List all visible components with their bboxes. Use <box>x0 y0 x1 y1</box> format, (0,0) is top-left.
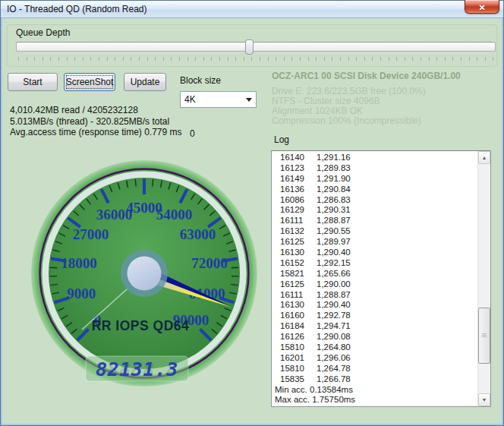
log-scrollbar[interactable]: ▲ ▼ <box>477 151 490 406</box>
log-row[interactable]: 161321,290.55 <box>272 226 477 237</box>
queue-depth-group: Queue Depth <box>7 24 497 67</box>
log-row[interactable]: 161521,292.15 <box>272 258 477 269</box>
log-row[interactable]: 158351,266.78 <box>272 374 477 385</box>
queue-depth-slider[interactable] <box>16 42 496 52</box>
log-row[interactable]: 158211,265.66 <box>272 269 477 279</box>
log-bandwidth-value: 1,290.40 <box>317 248 351 258</box>
log-row[interactable]: 161301,290.40 <box>272 300 477 311</box>
scroll-up-button[interactable]: ▲ <box>478 151 490 164</box>
gauge-svg: 0900018000270003600045000540006300072000… <box>27 156 262 391</box>
log-bandwidth-value: 1,290.31 <box>317 205 351 216</box>
log-row[interactable]: 161401,291.16 <box>272 153 477 163</box>
log-iops-value: 16125 <box>280 279 317 290</box>
log-row[interactable]: 161111,288.87 <box>272 216 477 226</box>
block-size-select[interactable]: 4K <box>180 91 257 108</box>
client-area: Queue Depth Start ScreenShot Update Bloc… <box>2 18 502 424</box>
queue-depth-label: Queue Depth <box>16 27 70 38</box>
window-title: IO - Threaded QD (Random Read) <box>7 1 147 18</box>
log-bandwidth-value: 1,290.84 <box>317 185 351 195</box>
stat-speed: 5.013MB/s (thread) - 320.825MB/s total <box>10 116 182 128</box>
log-row[interactable]: 158101,264.78 <box>272 364 477 374</box>
digital-display-value: 82131.3 <box>96 358 178 380</box>
log-bandwidth-value: 1,290.40 <box>317 300 351 311</box>
gauge-tick-label: 63000 <box>180 226 216 242</box>
log-row[interactable]: 161291,290.31 <box>272 205 477 216</box>
log-bandwidth-value: 1,288.87 <box>317 216 351 226</box>
gauge-minor-tick <box>50 267 57 268</box>
log-bandwidth-value: 1,290.00 <box>317 279 351 290</box>
update-button[interactable]: Update <box>124 73 166 91</box>
log-bandwidth-value: 1,264.78 <box>317 364 351 374</box>
log-iops-value: 16125 <box>280 237 317 248</box>
iops-gauge: 0900018000270003600045000540006300072000… <box>27 156 262 391</box>
log-bandwidth-value: 1,266.78 <box>317 374 351 385</box>
log-iops-value: 16130 <box>280 300 317 311</box>
log-bandwidth-value: 1,294.71 <box>317 321 351 332</box>
log-iops-value: 16184 <box>280 321 317 332</box>
log-row[interactable]: 162011,296.06 <box>272 353 477 364</box>
stat-access-time: Avg.access time (response time) 0.779 ms <box>10 127 182 138</box>
log-row[interactable]: 161301,290.40 <box>272 248 477 258</box>
log-row[interactable]: 158101,264.80 <box>272 342 477 353</box>
gauge-minor-tick <box>153 179 153 186</box>
log-listbox[interactable]: 161401,291.16161231,289.83161491,291.901… <box>271 150 491 407</box>
block-size-value: 4K <box>184 92 196 107</box>
log-iops-value: 16149 <box>280 174 317 185</box>
slider-thumb[interactable] <box>245 39 254 55</box>
screenshot-button[interactable]: ScreenShot <box>64 73 115 91</box>
log-row[interactable]: 161251,290.00 <box>272 279 477 290</box>
log-row[interactable]: 161601,292.78 <box>272 311 477 321</box>
log-iops-value: 16111 <box>280 290 317 301</box>
log-row[interactable]: 161261,290.08 <box>272 332 477 342</box>
log-iops-value: 15810 <box>280 364 317 374</box>
log-row[interactable]: 161361,290.84 <box>272 185 477 195</box>
log-bandwidth-value: 1,289.97 <box>317 237 351 248</box>
log-iops-value: 15835 <box>280 374 317 385</box>
stat-read-total: 4,010.42MB read / 4205232128 <box>10 105 182 116</box>
log-bandwidth-value: 1,289.83 <box>317 163 351 174</box>
start-button[interactable]: Start <box>8 73 58 91</box>
gauge-minor-tick <box>135 179 136 186</box>
log-bandwidth-value: 1,264.80 <box>317 342 351 353</box>
log-iops-value: 16132 <box>280 226 317 237</box>
app-window: IO - Threaded QD (Random Read) ✕ Queue D… <box>0 0 504 426</box>
log-row[interactable]: 161231,289.83 <box>272 163 477 174</box>
log-bandwidth-value: 1,296.06 <box>317 353 351 364</box>
log-iops-value: 16129 <box>280 205 317 216</box>
log-label: Log <box>274 134 289 145</box>
scroll-down-icon: ▼ <box>479 394 490 405</box>
log-row[interactable]: 161491,291.90 <box>272 174 477 185</box>
log-bandwidth-value: 1,292.15 <box>317 258 351 269</box>
scroll-up-icon: ▲ <box>479 152 490 163</box>
scroll-down-button[interactable]: ▼ <box>478 393 490 406</box>
log-bandwidth-value: 1,291.90 <box>317 174 351 185</box>
log-iops-value: 16123 <box>280 163 317 174</box>
window-titlebar[interactable]: IO - Threaded QD (Random Read) <box>1 1 503 18</box>
disk-title: OCZ-ARC1 00 SCSI Disk Device 240GB/1.00 <box>272 71 461 81</box>
log-bandwidth-value: 1,288.87 <box>317 290 351 301</box>
log-footer-row[interactable]: Max acc. 1.75750ms <box>272 395 477 405</box>
error-count: 0 <box>190 128 195 139</box>
slider-tickmarks <box>18 57 496 61</box>
chevron-down-icon <box>246 98 252 102</box>
disk-info: OCZ-ARC1 00 SCSI Disk Device 240GB/1.00 … <box>272 71 461 126</box>
log-bandwidth-value: 1,290.08 <box>317 332 351 342</box>
log-iops-value: 15821 <box>280 269 317 279</box>
log-row[interactable]: 160861,286.83 <box>272 195 477 206</box>
gauge-tick-label: 27000 <box>73 226 109 242</box>
gauge-hub <box>128 257 162 291</box>
log-iops-value: 16140 <box>280 153 317 163</box>
close-button[interactable]: ✕ <box>465 0 499 14</box>
log-iops-value: 16160 <box>280 311 317 321</box>
log-row[interactable]: 161251,289.97 <box>272 237 477 248</box>
log-footer-row[interactable]: Min acc. 0.13584ms <box>272 385 477 396</box>
gauge-minor-tick <box>232 267 238 268</box>
close-icon: ✕ <box>478 3 485 12</box>
gauge-tick-label: 72000 <box>191 255 228 271</box>
scrollbar-thumb[interactable] <box>478 308 490 364</box>
log-iops-value: 16111 <box>280 216 317 226</box>
log-iops-value: 16130 <box>280 248 317 258</box>
log-row[interactable]: 161841,294.71 <box>272 321 477 332</box>
log-bandwidth-value: 1,265.66 <box>317 269 351 279</box>
log-row[interactable]: 161111,288.87 <box>272 290 477 301</box>
